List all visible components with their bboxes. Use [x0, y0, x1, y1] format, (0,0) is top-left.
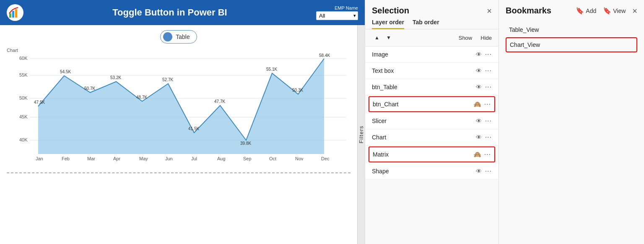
- visibility-icon-slicer[interactable]: 👁: [476, 118, 482, 124]
- bookmarks-view-button[interactable]: 🔖 View: [603, 7, 626, 15]
- emp-label: EMP Name: [335, 5, 358, 10]
- visibility-icon-image[interactable]: 👁: [476, 51, 482, 58]
- layer-item-matrix[interactable]: Matrix 🙈 ···: [369, 146, 495, 162]
- more-icon-btn-table[interactable]: ···: [485, 83, 492, 91]
- svg-text:54.5K: 54.5K: [60, 69, 71, 74]
- svg-text:Mar: Mar: [87, 156, 95, 161]
- svg-text:41.5K: 41.5K: [188, 126, 199, 131]
- selection-tabs: Layer order Tab order: [365, 15, 499, 29]
- svg-text:40K: 40K: [19, 137, 28, 142]
- svg-text:Feb: Feb: [62, 156, 70, 161]
- report-logo: [7, 4, 23, 21]
- layer-item-image[interactable]: Image 👁 ···: [365, 46, 499, 63]
- bookmarks-header: Bookmarks 🔖 Add 🔖 View ×: [499, 0, 644, 19]
- svg-text:Sep: Sep: [243, 156, 252, 161]
- visibility-icon-btn-table[interactable]: 👁: [476, 84, 482, 90]
- selection-toolbar: ▲ ▼ Show Hide: [365, 29, 499, 46]
- tab-tab-order[interactable]: Tab order: [413, 19, 439, 29]
- visibility-icon-chart[interactable]: 👁: [476, 134, 482, 141]
- svg-rect-0: [9, 13, 11, 18]
- layer-item-slicer[interactable]: Slicer 👁 ···: [365, 113, 499, 129]
- chart-svg: 60K 55K 50K 45K 40K: [7, 54, 351, 167]
- svg-text:50.3K: 50.3K: [292, 88, 303, 92]
- layer-name-image: Image: [372, 51, 476, 58]
- more-icon-chart[interactable]: ···: [485, 134, 492, 141]
- layer-item-btn-chart[interactable]: btn_Chart 🙈 ···: [369, 96, 495, 112]
- toggle-button[interactable]: Table: [160, 30, 197, 44]
- bookmarks-add-button[interactable]: 🔖 Add: [576, 7, 596, 15]
- visibility-hidden-icon-btn-chart[interactable]: 🙈: [474, 101, 481, 108]
- visibility-icon-textbox[interactable]: 👁: [476, 67, 482, 74]
- arrow-up-button[interactable]: ▲: [372, 33, 382, 43]
- layer-icons-btn-table: 👁 ···: [476, 83, 492, 91]
- layer-name-chart: Chart: [372, 134, 476, 141]
- toolbar-show-hide: Show Hide: [459, 35, 492, 41]
- more-icon-shape[interactable]: ···: [485, 167, 492, 175]
- svg-text:45K: 45K: [19, 114, 28, 119]
- toggle-circle: [163, 32, 172, 41]
- layer-name-shape: Shape: [372, 168, 476, 175]
- layer-icons-textbox: 👁 ···: [476, 67, 492, 74]
- visibility-hidden-icon-matrix[interactable]: 🙈: [474, 151, 481, 158]
- selection-panel: Selection × Layer order Tab order ▲ ▼ Sh…: [365, 0, 499, 244]
- layer-item-textbox[interactable]: Text box 👁 ···: [365, 63, 499, 79]
- selection-close-button[interactable]: ×: [487, 7, 492, 15]
- svg-marker-13: [38, 59, 324, 154]
- bookmark-name-chart-view: Chart_View: [510, 41, 540, 48]
- more-icon-matrix[interactable]: ···: [484, 151, 491, 158]
- dashed-divider: [7, 172, 351, 173]
- layer-icons-slicer: 👁 ···: [476, 117, 492, 125]
- bookmark-list: Table_View Chart_View: [499, 19, 644, 244]
- layer-name-textbox: Text box: [372, 67, 476, 74]
- emp-select-wrapper[interactable]: All: [316, 11, 358, 20]
- view-bookmark-label: View: [613, 8, 626, 14]
- more-icon-btn-chart[interactable]: ···: [484, 100, 491, 108]
- svg-text:Jan: Jan: [36, 156, 43, 161]
- layer-name-btn-chart: btn_Chart: [373, 101, 474, 108]
- svg-text:Apr: Apr: [113, 156, 120, 161]
- report-title: Toggle Button in Power BI: [23, 7, 316, 18]
- bookmark-item-chart-view[interactable]: Chart_View: [506, 37, 637, 52]
- svg-text:Nov: Nov: [295, 156, 304, 161]
- filters-sidebar[interactable]: Filters: [357, 25, 365, 244]
- add-bookmark-label: Add: [586, 8, 596, 14]
- selection-title: Selection: [372, 6, 409, 15]
- bookmarks-panel: Bookmarks 🔖 Add 🔖 View × Table_View Char…: [499, 0, 644, 244]
- selection-header: Selection ×: [365, 0, 499, 15]
- svg-text:Jun: Jun: [165, 156, 173, 161]
- bookmarks-actions: 🔖 Add 🔖 View ×: [576, 7, 637, 15]
- layer-name-btn-table: btn_Table: [372, 84, 476, 90]
- layer-item-btn-table[interactable]: btn_Table 👁 ···: [365, 79, 499, 95]
- hide-button[interactable]: Hide: [480, 35, 492, 41]
- layer-icons-shape: 👁 ···: [476, 167, 492, 175]
- layer-item-chart[interactable]: Chart 👁 ···: [365, 129, 499, 146]
- visibility-icon-shape[interactable]: 👁: [476, 168, 482, 175]
- svg-text:Dec: Dec: [321, 156, 330, 161]
- more-icon-textbox[interactable]: ···: [485, 67, 492, 74]
- svg-rect-2: [15, 9, 17, 18]
- layer-item-shape[interactable]: Shape 👁 ···: [365, 163, 499, 180]
- arrow-down-button[interactable]: ▼: [384, 33, 394, 43]
- tab-layer-order[interactable]: Layer order: [372, 19, 404, 29]
- svg-rect-1: [12, 11, 14, 18]
- bookmarks-close-button[interactable]: ×: [632, 7, 637, 15]
- filters-label: Filters: [358, 126, 364, 143]
- svg-text:47.5K: 47.5K: [34, 100, 45, 105]
- svg-text:48.7K: 48.7K: [136, 95, 147, 100]
- more-icon-image[interactable]: ···: [485, 51, 492, 58]
- layer-name-matrix: Matrix: [373, 151, 474, 158]
- emp-filter: EMP Name All: [316, 5, 358, 20]
- more-icon-slicer[interactable]: ···: [485, 117, 492, 125]
- show-button[interactable]: Show: [459, 35, 473, 41]
- bookmark-name-table-view: Table_View: [509, 26, 539, 33]
- chart-axis-label: Chart: [7, 48, 351, 53]
- layer-icons-matrix: 🙈 ···: [474, 151, 491, 158]
- bookmark-item-table-view[interactable]: Table_View: [506, 22, 637, 37]
- svg-text:60K: 60K: [19, 56, 28, 61]
- layer-icons-chart: 👁 ···: [476, 134, 492, 141]
- svg-text:52.7K: 52.7K: [162, 77, 173, 82]
- layer-icons-btn-chart: 🙈 ···: [474, 100, 491, 108]
- emp-select[interactable]: All: [316, 11, 358, 20]
- layer-list: Image 👁 ··· Text box 👁 ··· btn_Table 👁 ·…: [365, 46, 499, 244]
- report-body: Table Chart 60K 55K 50K 45K 40K: [0, 25, 357, 244]
